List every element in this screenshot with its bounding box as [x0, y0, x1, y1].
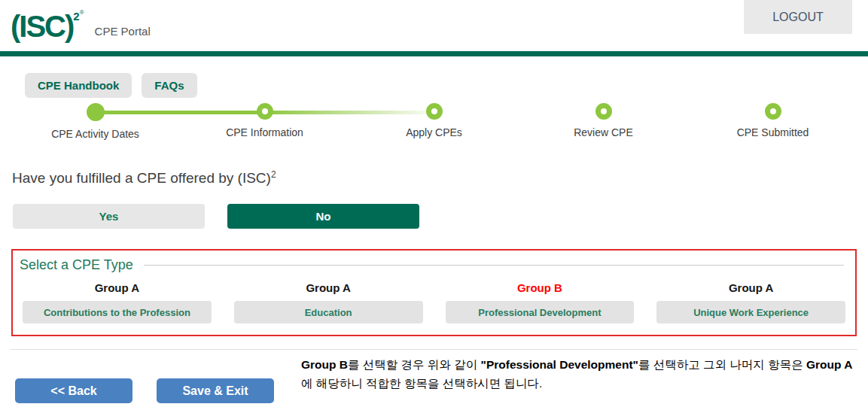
main-content: CPE Handbook FAQs CPE Activity Dates CPE…	[0, 73, 868, 403]
option-professional-development: Group B Professional Development	[446, 281, 635, 323]
question-superscript: 2	[271, 169, 276, 180]
note-segment: Group A	[806, 358, 852, 371]
contributions-to-the-profession-button[interactable]: Contributions to the Profession	[23, 301, 212, 323]
header: (ISC)2® CPE Portal LOGOUT	[0, 0, 868, 51]
cpe-handbook-button[interactable]: CPE Handbook	[25, 73, 132, 98]
option-education: Group A Education	[234, 281, 423, 323]
step-label: CPE Activity Dates	[51, 128, 139, 140]
step-label: Review CPE	[574, 126, 633, 138]
step-label: CPE Information	[226, 126, 303, 138]
step-cpe-information: CPE Information	[180, 103, 349, 140]
option-unique-work-experience: Group A Unique Work Experience	[656, 281, 845, 323]
legend-rule	[144, 265, 844, 266]
progress-stepper: CPE Activity Dates CPE Information Apply…	[11, 103, 857, 147]
app-title: CPE Portal	[95, 25, 151, 38]
yes-no-group: Yes No	[13, 204, 857, 229]
note-segment: 에 해당하니 적합한 항목을 선택하시면 됩니다.	[301, 377, 542, 390]
stepper-steps: CPE Activity Dates CPE Information Apply…	[11, 103, 857, 140]
step-dot-filled-icon	[87, 103, 105, 121]
back-button[interactable]: << Back	[15, 378, 132, 403]
bottom-divider	[11, 349, 857, 350]
note-segment: 를 선택하고 그외 나머지 항목은	[638, 358, 806, 371]
group-label: Group A	[656, 281, 845, 294]
step-cpe-activity-dates: CPE Activity Dates	[11, 103, 180, 140]
option-contributions: Group A Contributions to the Profession	[23, 281, 212, 323]
cpe-type-options: Group A Contributions to the Profession …	[20, 281, 848, 323]
toolbar: CPE Handbook FAQs	[25, 73, 857, 98]
group-label-highlighted: Group B	[446, 281, 635, 294]
step-dot-ring-icon	[257, 103, 273, 120]
step-dot-ring-icon	[426, 103, 443, 120]
brand-divider-bar	[0, 51, 868, 56]
note-segment: Group B	[301, 358, 348, 371]
step-dot-ring-icon	[595, 103, 612, 120]
yes-button[interactable]: Yes	[13, 204, 205, 229]
faqs-button[interactable]: FAQs	[142, 73, 196, 98]
step-label: Apply CPEs	[406, 126, 462, 138]
step-dot-ring-icon	[765, 103, 781, 120]
isc2-logo: (ISC)2®	[11, 10, 84, 41]
education-button[interactable]: Education	[234, 301, 423, 323]
group-label: Group A	[23, 281, 212, 294]
cpe-type-legend-row: Select a CPE Type	[20, 257, 848, 273]
select-cpe-type-section: Select a CPE Type Group A Contributions …	[11, 249, 857, 336]
group-label: Group A	[234, 281, 423, 294]
step-apply-cpes: Apply CPEs	[349, 103, 519, 140]
question-heading: Have you fulfilled a CPE offered by (ISC…	[12, 169, 857, 187]
logo-text: (ISC)	[11, 10, 73, 43]
no-button-selected[interactable]: No	[227, 204, 419, 229]
unique-work-experience-button[interactable]: Unique Work Experience	[656, 301, 845, 323]
logo-superscript: 2	[73, 10, 79, 23]
step-label: CPE Submitted	[737, 126, 809, 138]
save-exit-button[interactable]: Save & Exit	[157, 378, 274, 403]
bottom-row: << Back Save & Exit Group B를 선택할 경우 위와 같…	[11, 354, 857, 403]
bottom-actions: << Back Save & Exit	[11, 354, 301, 403]
logout-button[interactable]: LOGOUT	[744, 0, 852, 34]
step-review-cpe: Review CPE	[519, 103, 688, 140]
korean-help-note: Group B를 선택할 경우 위와 같이 "Professional Deve…	[301, 354, 857, 403]
registered-mark-icon: ®	[80, 9, 84, 16]
note-segment: 를 선택할 경우 위와 같이	[348, 358, 481, 371]
step-cpe-submitted: CPE Submitted	[688, 103, 857, 140]
professional-development-button[interactable]: Professional Development	[446, 301, 635, 323]
cpe-type-legend: Select a CPE Type	[20, 257, 133, 273]
note-segment: "Professional Development"	[481, 358, 638, 371]
